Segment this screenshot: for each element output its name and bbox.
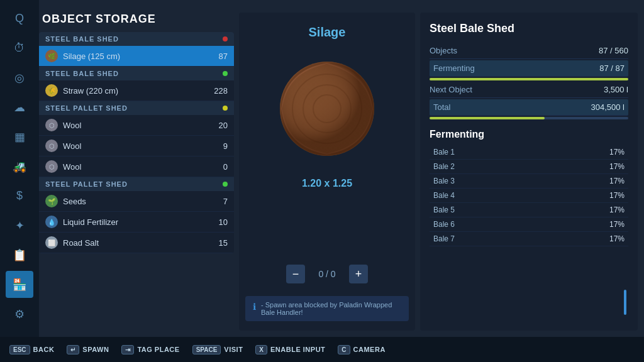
- shed-label-1: Steel Bale Shed: [45, 35, 119, 43]
- list-item-liquid[interactable]: 💧 Liquid Fertilizer 10: [39, 212, 234, 233]
- stat-label-fermenting: Fermenting: [433, 63, 475, 73]
- q-icon: Q: [15, 12, 24, 25]
- item-name-seeds: Seeds: [63, 197, 209, 206]
- key-camera: C CAMERA: [338, 345, 386, 354]
- camera-label: CAMERA: [353, 346, 386, 353]
- sidebar-item-clock[interactable]: ⏱: [6, 35, 33, 62]
- visit-label: VISIT: [224, 346, 243, 353]
- list-item-seeds[interactable]: 🌱 Seeds 7: [39, 191, 234, 212]
- back-label: BACK: [33, 346, 55, 353]
- item-count-seeds: 7: [209, 197, 228, 206]
- bale-row-2: Bale 2 17%: [430, 160, 628, 174]
- list-item-salt[interactable]: ⬜ Road Salt 15: [39, 233, 234, 253]
- sidebar-item-storage[interactable]: 🏪: [6, 271, 33, 298]
- weather-icon: ☁: [14, 101, 25, 114]
- list-item-wool-3[interactable]: ⬡ Wool 0: [39, 156, 234, 177]
- sidebar-item-notepad[interactable]: 📋: [6, 241, 33, 268]
- bale-pct-1: 17%: [609, 148, 625, 156]
- seeds-icon: 🌱: [45, 195, 58, 207]
- sidebar-item-stats[interactable]: ▦: [6, 123, 33, 150]
- spawn-controls: − 0 / 0 +: [286, 265, 368, 283]
- item-count-liquid: 10: [209, 217, 228, 227]
- camera-badge: C: [338, 345, 350, 354]
- stat-value-next-object: 3,500 l: [604, 85, 628, 94]
- bale-pct-6: 17%: [609, 220, 625, 229]
- visit-badge: SPACE: [192, 345, 221, 354]
- list-item-wool-1[interactable]: ⬡ Wool 20: [39, 115, 234, 136]
- stat-row-next-object: Next Object 3,500 l: [430, 82, 628, 98]
- key-tag: ⇥ TAG PLACE: [121, 345, 179, 354]
- object-visual: [270, 52, 384, 165]
- spawn-plus-button[interactable]: +: [349, 265, 368, 283]
- list-item-silage[interactable]: 🌿 Silage (125 cm) 87: [39, 46, 234, 67]
- item-count-straw: 228: [209, 86, 228, 96]
- item-name-salt: Road Salt: [63, 238, 209, 248]
- stat-row-objects: Objects 87 / 560: [430, 43, 628, 59]
- shed-label-3: Steel Pallet Shed: [45, 104, 128, 112]
- shed-label-2: Steel Bale Shed: [45, 70, 119, 77]
- item-name-straw: Straw (220 cm): [63, 86, 209, 96]
- object-storage-panel: OBJECT STORAGE Steel Bale Shed 🌿 Silage …: [39, 13, 234, 331]
- sidebar-item-tools[interactable]: ✦: [6, 212, 33, 239]
- bale-pct-4: 17%: [609, 191, 625, 200]
- silage-icon: 🌿: [45, 50, 58, 62]
- item-name-wool-2: Wool: [63, 141, 209, 151]
- bottom-bar: ESC BACK ↵ SPAWN ⇥ TAG PLACE SPACE VISIT…: [0, 337, 644, 362]
- bale-label-1: Bale 1: [433, 148, 455, 156]
- shed-dot-3: [223, 106, 228, 111]
- clock-icon: ⏱: [14, 41, 25, 55]
- object-display-name: Silage: [309, 25, 346, 40]
- center-panel: Silage 1.20 x 1.25 − 0 / 0: [239, 13, 415, 331]
- straw-icon: 🌾: [45, 84, 58, 97]
- tractor-icon: 🚜: [13, 160, 26, 173]
- bale-row-4: Bale 4 17%: [430, 189, 628, 203]
- shed-dot-2: [223, 71, 228, 76]
- list-item-straw[interactable]: 🌾 Straw (220 cm) 228: [39, 80, 234, 101]
- item-count-wool-3: 0: [209, 162, 228, 172]
- shed-header-4: Steel Pallet Shed: [39, 177, 234, 191]
- stat-label-objects: Objects: [430, 46, 457, 55]
- enable-label: ENABLE INPUT: [270, 346, 325, 353]
- stats-icon: ▦: [14, 130, 25, 144]
- sidebar-item-steering[interactable]: ◎: [6, 64, 33, 91]
- wool-icon-1: ⬡: [45, 119, 58, 131]
- bale-label-4: Bale 4: [433, 191, 455, 200]
- sidebar-item-q[interactable]: Q: [6, 5, 33, 32]
- sidebar-item-money[interactable]: $: [6, 182, 33, 209]
- storage-icon: 🏪: [13, 278, 26, 292]
- shed-dot-4: [223, 182, 228, 187]
- sidebar-item-tractor[interactable]: 🚜: [6, 153, 33, 180]
- bale-pct-5: 17%: [609, 206, 625, 214]
- notepad-icon: 📋: [13, 248, 26, 262]
- bale-label-2: Bale 2: [433, 162, 455, 171]
- shed-header-2: Steel Bale Shed: [39, 67, 234, 80]
- fermenting-progress-bar: [430, 78, 628, 80]
- item-name-wool-3: Wool: [63, 162, 209, 172]
- silage-bale-graphic: [277, 58, 377, 159]
- wool-icon-3: ⬡: [45, 160, 58, 173]
- steering-icon: ◎: [14, 71, 25, 85]
- shed-header-1: Steel Bale Shed: [39, 32, 234, 46]
- svg-point-5: [280, 62, 374, 156]
- bale-pct-2: 17%: [609, 162, 625, 171]
- stat-label-next-object: Next Object: [430, 85, 472, 94]
- info-icon: ℹ: [253, 302, 256, 312]
- stat-value-fermenting: 87 / 87: [599, 63, 625, 73]
- tag-badge: ⇥: [121, 345, 134, 354]
- list-item-wool-2[interactable]: ⬡ Wool 9: [39, 136, 234, 156]
- bale-row-5: Bale 5 17%: [430, 203, 628, 217]
- tools-icon: ✦: [15, 219, 25, 233]
- spawn-minus-button[interactable]: −: [286, 265, 305, 283]
- panel-title: OBJECT STORAGE: [39, 13, 234, 26]
- bale-pct-7: 17%: [609, 234, 625, 243]
- sidebar-item-settings[interactable]: ⚙: [6, 300, 33, 327]
- key-esc: ESC BACK: [9, 345, 54, 354]
- key-visit: SPACE VISIT: [192, 345, 243, 354]
- sidebar-item-weather[interactable]: ☁: [6, 94, 33, 121]
- stat-value-total: 304,500 l: [591, 102, 625, 112]
- bale-list-container: Bale 1 17% Bale 2 17% Bale 3 17% Bale 4 …: [430, 145, 628, 246]
- stat-row-total: Total 304,500 l: [430, 99, 628, 116]
- bale-label-6: Bale 6: [433, 220, 455, 229]
- wool-icon-2: ⬡: [45, 140, 58, 152]
- liquid-icon: 💧: [45, 216, 58, 228]
